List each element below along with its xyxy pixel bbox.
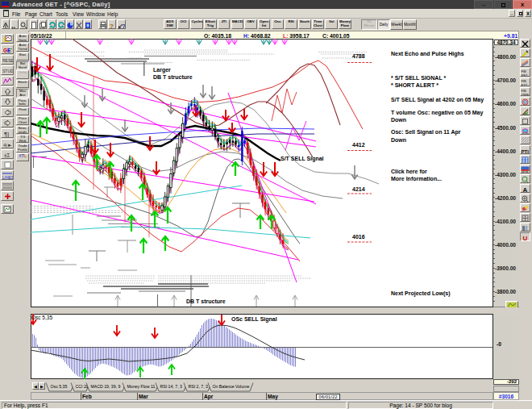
svg-text:LINES: LINES <box>2 175 13 180</box>
svg-text:,,: ,, <box>11 22 15 29</box>
svg-text:TIME: TIME <box>522 92 530 96</box>
svg-text:Next Echo and Pulse Highs: Next Echo and Pulse Highs <box>391 51 464 57</box>
svg-text:PTI: PTI <box>522 148 530 153</box>
svg-text:?: ? <box>110 23 114 29</box>
svg-text:ELPS: ELPS <box>522 131 529 135</box>
svg-text:STUDY: STUDY <box>2 69 13 73</box>
svg-text:4016: 4016 <box>352 234 365 240</box>
svg-text:Osc 5,35: Osc 5,35 <box>31 315 52 320</box>
svg-text:4214: 4214 <box>352 186 365 192</box>
svg-text:Larger: Larger <box>153 67 171 73</box>
svg-text:DB T structure: DB T structure <box>153 74 193 80</box>
svg-text:Osc: Sell Signal on 11 Apr: Osc: Sell Signal on 11 Apr <box>391 129 461 136</box>
svg-text:Click here for: Click here for <box>391 169 427 174</box>
svg-text:Down: Down <box>391 117 406 123</box>
svg-text:U: U <box>523 235 528 241</box>
svg-text:?: ? <box>122 23 126 29</box>
svg-text:OSc SELL Signal: OSc SELL Signal <box>231 316 277 323</box>
svg-text:* S/T SELL SIGNAL *: * S/T SELL SIGNAL * <box>391 75 446 81</box>
svg-text:S/T SELL Signal at 4202 on 05: S/T SELL Signal at 4202 on 05 May <box>391 97 484 103</box>
svg-text:4412: 4412 <box>352 142 365 148</box>
svg-text:A: A <box>523 186 528 193</box>
svg-text:RET: RET <box>522 73 529 77</box>
svg-text:* SHORT ALERT *: * SHORT ALERT * <box>391 82 438 88</box>
svg-text:DB T structure: DB T structure <box>186 298 226 304</box>
svg-text:¶|: ¶| <box>4 131 9 137</box>
svg-text:EXT: EXT <box>522 82 528 86</box>
svg-text:4788: 4788 <box>352 53 365 59</box>
svg-text:GET: GET <box>3 48 12 53</box>
svg-text:4|►4: 4|►4 <box>3 143 12 148</box>
svg-text:More Information...: More Information... <box>391 176 442 182</box>
svg-text:Down: Down <box>391 137 406 143</box>
svg-text:Next Projected Low(s): Next Projected Low(s) <box>391 290 451 297</box>
svg-text:T volume Osc: negative on 05 M: T volume Osc: negative on 05 May <box>391 110 483 116</box>
svg-text:RESET: RESET <box>2 58 13 63</box>
svg-text:±Σ: ±Σ <box>4 152 10 158</box>
svg-text:S/T SELL Signal: S/T SELL Signal <box>281 156 324 162</box>
svg-text:MOB: MOB <box>522 170 529 173</box>
